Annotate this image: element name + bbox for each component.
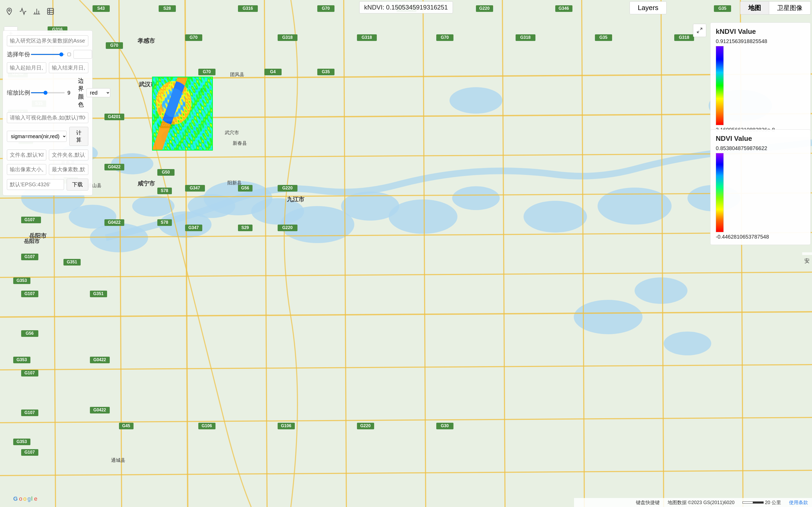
svg-text:G0422: G0422 bbox=[108, 220, 120, 225]
bar-chart-icon[interactable] bbox=[32, 6, 42, 17]
kndvi-legend-max: 0.9121563918825548 bbox=[716, 38, 805, 44]
table-icon[interactable] bbox=[45, 6, 56, 17]
toolbar bbox=[0, 0, 132, 22]
month-row bbox=[7, 62, 88, 73]
scale-value: 9 bbox=[67, 90, 73, 96]
terms-text: 使用条款 bbox=[789, 499, 808, 506]
svg-text:G50: G50 bbox=[162, 170, 170, 174]
satellite-button[interactable]: 卫星图像 bbox=[769, 1, 811, 14]
pixel-size-input[interactable] bbox=[7, 164, 46, 175]
svg-text:G353: G353 bbox=[16, 278, 27, 283]
sigma-row: sigma=mean(nir,red)sigma=max(nir,red)sig… bbox=[7, 127, 88, 146]
svg-text:G56: G56 bbox=[26, 331, 34, 336]
location-icon[interactable] bbox=[4, 6, 14, 17]
bottom-bar: 键盘快捷键 地图数据 ©2023 GS(2011)6020 20 公里 使用条款 bbox=[574, 498, 812, 507]
keyboard-shortcut-text: 键盘快捷键 bbox=[636, 499, 660, 506]
svg-text:G107: G107 bbox=[24, 450, 35, 454]
svg-line-184 bbox=[700, 28, 702, 30]
year-checkbox[interactable] bbox=[67, 52, 71, 57]
svg-rect-180 bbox=[48, 8, 54, 14]
svg-text:G347: G347 bbox=[188, 225, 199, 230]
svg-text:G30: G30 bbox=[441, 424, 449, 428]
svg-text:G35: G35 bbox=[718, 6, 726, 11]
kndvi-tooltip-text: kNDVI: 0.1505345919316251 bbox=[364, 4, 448, 11]
ndvi-legend-bar bbox=[716, 153, 724, 232]
svg-text:G220: G220 bbox=[282, 186, 293, 190]
end-month-input[interactable] bbox=[49, 62, 88, 73]
svg-text:G4: G4 bbox=[270, 69, 275, 74]
svg-text:G107: G107 bbox=[24, 410, 35, 415]
scale-bar: 20 公里 bbox=[743, 499, 781, 506]
ndvi-legend-max: 0.8538048759876622 bbox=[716, 145, 805, 151]
map-container[interactable]: G240 G316 G107 S43 S28 G316 G70 G230 G22… bbox=[0, 0, 812, 507]
sigma-select[interactable]: sigma=mean(nir,red)sigma=max(nir,red)sig… bbox=[7, 131, 67, 142]
kndvi-legend: kNDVI Value 0.9121563918825548 3.1699566… bbox=[710, 22, 811, 138]
left-panel: 选择年份 2022 缩放比例 9 边界颜色 red blue green sig… bbox=[3, 31, 93, 195]
map-button[interactable]: 地图 bbox=[740, 1, 769, 14]
svg-text:G70: G70 bbox=[203, 69, 211, 74]
folder-input[interactable] bbox=[49, 150, 88, 160]
svg-text:S78: S78 bbox=[161, 220, 168, 225]
scale-label: 缩放比例 bbox=[7, 89, 28, 97]
svg-text:G0422: G0422 bbox=[108, 165, 120, 169]
svg-text:S29: S29 bbox=[241, 225, 249, 230]
filename-input[interactable] bbox=[7, 150, 46, 160]
svg-text:G0422: G0422 bbox=[93, 357, 106, 362]
ndvi-legend: NDVI Value 0.8538048759876622 -0.4462810… bbox=[710, 129, 811, 245]
scale-border-row: 缩放比例 9 边界颜色 red blue green bbox=[7, 77, 88, 109]
svg-text:g: g bbox=[28, 495, 31, 502]
filename-row bbox=[7, 150, 88, 160]
calc-button[interactable]: 计算 bbox=[69, 127, 88, 146]
svg-text:G70: G70 bbox=[110, 43, 118, 48]
download-button[interactable]: 下载 bbox=[67, 179, 88, 190]
kndvi-legend-title: kNDVI Value bbox=[716, 27, 805, 36]
svg-text:G35: G35 bbox=[599, 35, 607, 40]
svg-text:G220: G220 bbox=[282, 225, 293, 230]
svg-text:G107: G107 bbox=[24, 371, 35, 375]
svg-text:G318: G318 bbox=[520, 35, 530, 40]
epsg-input[interactable] bbox=[7, 179, 64, 190]
border-color-label: 边界颜色 bbox=[78, 77, 84, 109]
layers-button[interactable]: Layers bbox=[629, 1, 667, 14]
svg-text:G70: G70 bbox=[322, 6, 330, 11]
svg-text:G347: G347 bbox=[190, 186, 200, 190]
kndvi-legend-bar bbox=[716, 46, 724, 125]
svg-text:G318: G318 bbox=[679, 35, 689, 40]
start-month-input[interactable] bbox=[7, 62, 46, 73]
map-data-text: 地图数据 ©2023 GS(2011)6020 bbox=[668, 499, 734, 506]
svg-text:G316: G316 bbox=[243, 6, 253, 11]
svg-text:o: o bbox=[23, 495, 27, 502]
assets-input[interactable] bbox=[7, 36, 88, 46]
max-pixels-input[interactable] bbox=[49, 164, 88, 175]
chart-icon[interactable] bbox=[18, 6, 28, 17]
year-row: 选择年份 2022 bbox=[7, 50, 88, 59]
svg-text:e: e bbox=[34, 495, 37, 502]
svg-text:G56: G56 bbox=[241, 186, 249, 190]
ndvi-legend-title: NDVI Value bbox=[716, 134, 805, 143]
pixel-row bbox=[7, 164, 88, 175]
year-input[interactable]: 2022 bbox=[73, 50, 92, 59]
year-label: 选择年份 bbox=[7, 50, 28, 58]
svg-text:G70: G70 bbox=[190, 35, 198, 40]
fullscreen-button[interactable] bbox=[693, 24, 706, 37]
svg-text:G107: G107 bbox=[24, 255, 35, 259]
kndvi-tooltip: kNDVI: 0.1505345919316251 bbox=[359, 1, 453, 13]
scale-text: 20 公里 bbox=[765, 499, 781, 506]
color-palette-input[interactable] bbox=[7, 112, 88, 123]
svg-text:G220: G220 bbox=[360, 424, 370, 428]
svg-text:G351: G351 bbox=[67, 260, 77, 264]
svg-text:G4201: G4201 bbox=[108, 114, 120, 119]
svg-text:G353: G353 bbox=[16, 357, 27, 362]
scale-slider[interactable] bbox=[31, 92, 65, 93]
svg-text:G351: G351 bbox=[93, 291, 103, 296]
map-svg: G240 G316 G107 S43 S28 G316 G70 G230 G22… bbox=[0, 0, 812, 507]
border-color-select[interactable]: red blue green bbox=[87, 88, 110, 97]
svg-text:G106: G106 bbox=[201, 424, 212, 428]
heatmap-overlay bbox=[152, 76, 213, 151]
year-slider[interactable] bbox=[31, 54, 65, 55]
svg-text:G107: G107 bbox=[24, 291, 35, 296]
svg-text:G45: G45 bbox=[122, 424, 130, 428]
svg-text:S78: S78 bbox=[161, 188, 168, 193]
right-edge-label: 安 bbox=[802, 252, 812, 255]
svg-text:G0422: G0422 bbox=[93, 408, 106, 412]
